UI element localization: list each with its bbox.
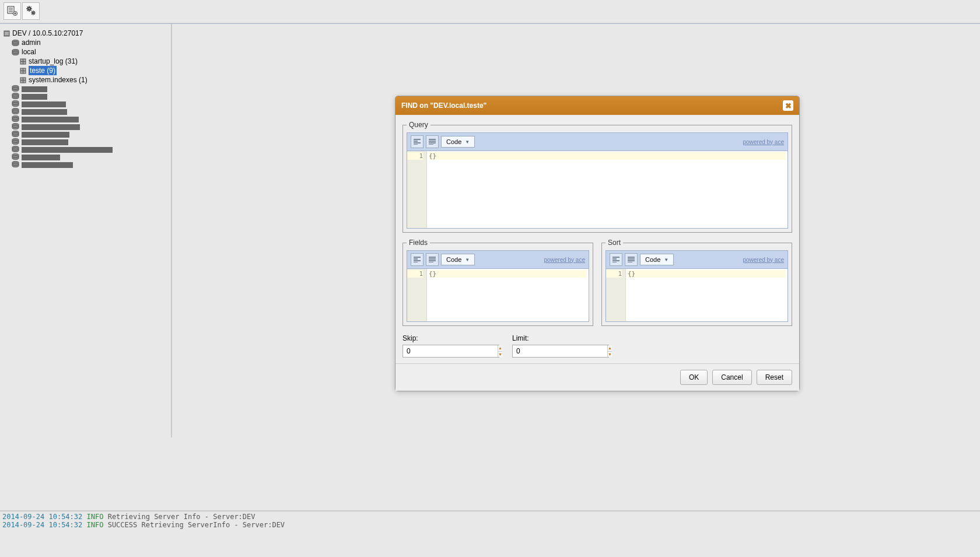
tree-database-node[interactable] [12,85,171,92]
ok-button[interactable]: OK [680,370,708,385]
database-icon [12,40,19,46]
code-mode-dropdown[interactable]: Code▼ [441,136,475,148]
redacted-label [22,132,69,138]
code-line[interactable]: {} [429,152,786,160]
align-justify-icon[interactable] [625,253,638,266]
tree-database-node[interactable] [12,122,171,130]
skip-input[interactable] [403,345,498,357]
server-label: DEV / 10.0.5.10:27017 [12,29,83,38]
redacted-label [22,94,47,100]
spinner-up-icon[interactable]: ▲ [608,345,612,352]
align-left-icon[interactable] [610,253,622,266]
tree-database-node[interactable] [12,115,171,122]
chevron-down-icon: ▼ [465,257,470,262]
query-fieldset: Query Code▼ powered by ace 1 {} [402,121,792,233]
align-justify-icon[interactable] [426,135,439,148]
database-icon [12,49,19,55]
database-icon [12,85,19,92]
limit-input[interactable] [513,345,607,357]
tree-server-node[interactable]: DEV / 10.0.5.10:27017 [4,29,171,38]
database-icon [12,146,19,152]
log-message: Retrieving Server Info - Server:DEV [108,513,256,521]
chevron-down-icon: ▼ [465,139,470,145]
fields-legend: Fields [407,239,430,247]
database-label: local [22,47,36,57]
ace-link[interactable]: powered by ace [743,257,784,263]
collection-label: system.indexes (1) [29,75,88,85]
code-mode-dropdown[interactable]: Code▼ [441,254,475,265]
line-number: 1 [606,270,622,278]
tree-database-node[interactable] [12,153,171,160]
limit-spinner[interactable]: ▲▼ [512,345,609,358]
limit-label: Limit: [512,334,609,342]
log-panel[interactable]: 2014-09-24 10:54:32 INFO Retrieving Serv… [0,510,980,557]
spinner-up-icon[interactable]: ▲ [498,345,502,352]
ace-link[interactable]: powered by ace [743,139,784,145]
align-justify-icon[interactable] [426,253,439,266]
svg-point-5 [33,12,34,13]
align-left-icon[interactable] [411,135,424,148]
tree-database-node[interactable] [12,160,171,168]
sidebar-tree[interactable]: DEV / 10.0.5.10:27017 adminlocalstartup_… [0,24,172,437]
database-icon [12,93,19,99]
redacted-label [22,155,60,160]
sort-legend: Sort [606,239,623,247]
tree-database-node[interactable] [12,107,171,115]
tree-database-node[interactable] [12,92,171,100]
svg-rect-19 [20,71,26,71]
server-icon [4,30,10,37]
dialog-title: FIND on "DEV.local.teste" [401,101,487,110]
close-icon[interactable]: ✖ [783,100,793,111]
new-connection-button[interactable] [4,2,21,20]
svg-rect-7 [5,32,9,33]
code-mode-dropdown[interactable]: Code▼ [640,254,674,265]
find-dialog: FIND on "DEV.local.teste" ✖ Query Code▼ … [395,96,800,391]
tree-collection-node[interactable]: teste (9) [20,66,171,75]
tree-database-node[interactable] [12,100,171,107]
tree-database-node[interactable] [12,130,171,138]
log-line: 2014-09-24 10:54:32 INFO Retrieving Serv… [2,513,978,521]
redacted-label [22,147,113,153]
ace-link[interactable]: powered by ace [544,257,585,263]
tree-database-node[interactable] [12,145,171,153]
code-line[interactable]: {} [429,270,587,278]
redacted-label [22,162,73,168]
tree-database-node[interactable]: local [12,47,171,57]
redacted-label [22,124,80,130]
query-editor[interactable]: Code▼ powered by ace 1 {} [407,132,788,229]
toolbar [0,0,980,23]
collection-label: teste (9) [29,66,57,75]
skip-label: Skip: [402,334,499,342]
dialog-header[interactable]: FIND on "DEV.local.teste" ✖ [396,96,799,115]
reset-button[interactable]: Reset [757,370,792,385]
svg-rect-8 [5,33,9,34]
tree-database-node[interactable]: admin [12,38,171,47]
query-legend: Query [407,121,430,129]
execute-button[interactable] [22,2,40,20]
sort-editor[interactable]: Code▼ powered by ace 1 {} [606,250,788,322]
fields-fieldset: Fields Code▼ powered by ace 1 [402,239,593,326]
collection-label: startup_log (31) [29,57,78,66]
spinner-down-icon[interactable]: ▼ [608,352,612,358]
tree-collection-node[interactable]: system.indexes (1) [20,75,171,85]
align-left-icon[interactable] [411,253,424,266]
sort-fieldset: Sort Code▼ powered by ace 1 [601,239,792,326]
log-timestamp: 2014-09-24 10:54:32 [2,513,82,521]
content-area: FIND on "DEV.local.teste" ✖ Query Code▼ … [172,24,980,437]
tree-database-node[interactable] [12,138,171,145]
database-icon [12,161,19,167]
log-level: INFO [87,521,104,529]
log-timestamp: 2014-09-24 10:54:32 [2,521,82,529]
code-line[interactable]: {} [628,270,786,278]
redacted-label [22,139,68,145]
tree-collection-node[interactable]: startup_log (31) [20,57,171,66]
skip-spinner[interactable]: ▲▼ [402,345,499,358]
fields-editor[interactable]: Code▼ powered by ace 1 {} [407,250,589,322]
chevron-down-icon: ▼ [664,257,668,262]
cancel-button[interactable]: Cancel [712,370,751,385]
line-number: 1 [407,152,423,160]
database-icon [12,108,19,114]
collection-icon [20,68,26,74]
spinner-down-icon[interactable]: ▼ [498,352,502,358]
svg-point-3 [29,8,30,9]
